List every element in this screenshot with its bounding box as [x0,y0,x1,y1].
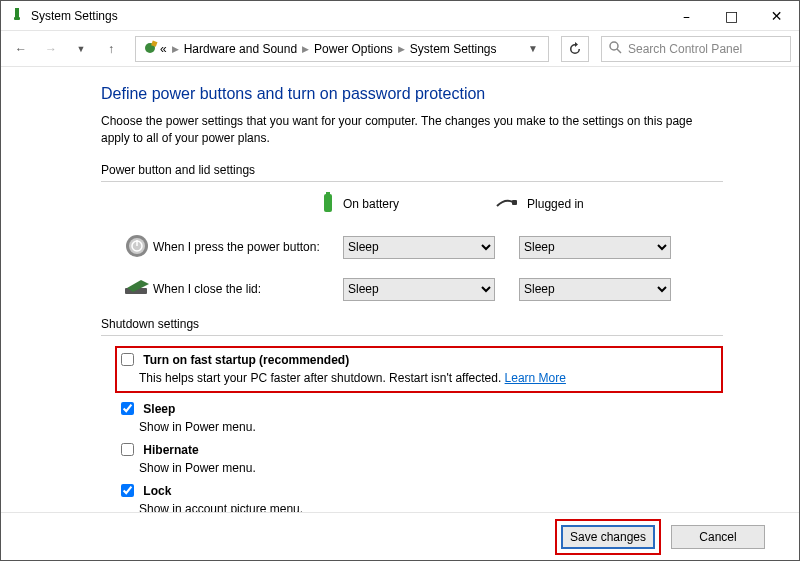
svg-line-5 [617,49,621,53]
sleep-label: Sleep [143,401,175,415]
cancel-button[interactable]: Cancel [671,525,765,549]
hibernate-checkbox[interactable] [121,443,134,456]
breadcrumb-power-options[interactable]: Power Options [314,42,393,56]
search-icon [608,40,622,57]
sleep-checkbox[interactable] [121,402,134,415]
lock-checkbox[interactable] [121,484,134,497]
svg-point-4 [610,42,618,50]
battery-icon [321,192,335,217]
on-battery-label: On battery [343,197,399,211]
breadcrumb-system-settings[interactable]: System Settings [410,42,497,56]
address-bar[interactable]: « ▶ Hardware and Sound ▶ Power Options ▶… [135,36,549,62]
svg-rect-1 [14,17,20,20]
chevron-right-icon: ▶ [172,44,179,54]
svg-rect-6 [324,194,332,212]
breadcrumb-icon [142,38,160,59]
fast-startup-desc: This helps start your PC faster after sh… [139,371,501,385]
app-icon [9,6,25,25]
lock-desc: Show in account picture menu. [139,502,723,512]
search-input[interactable]: Search Control Panel [601,36,791,62]
window: System Settings – □ ✕ ← → ▼ ↑ « ▶ Hardwa… [0,0,800,561]
power-button-battery-select[interactable]: Sleep [343,236,495,259]
refresh-button[interactable] [561,36,589,62]
address-dropdown-icon[interactable]: ▼ [524,43,542,54]
footer: Save changes Cancel [1,512,799,560]
fast-startup-item: Turn on fast startup (recommended) This … [115,346,723,393]
power-button-icon [124,233,150,262]
sleep-desc: Show in Power menu. [139,420,723,434]
lid-plugged-select[interactable]: Sleep [519,278,671,301]
toolbar: ← → ▼ ↑ « ▶ Hardware and Sound ▶ Power O… [1,31,799,67]
shutdown-section-title: Shutdown settings [101,317,723,336]
save-button-highlight: Save changes [555,519,661,555]
power-button-label: When I press the power button: [153,240,343,254]
titlebar: System Settings – □ ✕ [1,1,799,31]
fast-startup-checkbox[interactable] [121,353,134,366]
lock-label: Lock [143,483,171,497]
power-button-row: When I press the power button: Sleep Sle… [101,233,723,262]
plug-icon [495,196,519,213]
window-title: System Settings [31,9,664,23]
sleep-item: Sleep Show in Power menu. [117,399,723,434]
back-button[interactable]: ← [9,37,33,61]
svg-rect-7 [326,192,330,194]
fast-startup-label: Turn on fast startup (recommended) [143,352,349,366]
page-subtext: Choose the power settings that you want … [101,113,723,147]
fast-startup-learn-more-link[interactable]: Learn More [505,371,566,385]
shutdown-items: Turn on fast startup (recommended) This … [101,346,723,512]
lid-label: When I close the lid: [153,282,343,296]
power-lid-section-title: Power button and lid settings [101,163,723,182]
save-changes-button[interactable]: Save changes [561,525,655,549]
hibernate-desc: Show in Power menu. [139,461,723,475]
svg-rect-0 [15,8,19,17]
lid-battery-select[interactable]: Sleep [343,278,495,301]
hibernate-label: Hibernate [143,442,198,456]
lid-row: When I close the lid: Sleep Sleep [101,278,723,301]
plugged-in-label: Plugged in [527,197,584,211]
power-button-plugged-select[interactable]: Sleep [519,236,671,259]
up-button[interactable]: ↑ [99,37,123,61]
chevron-right-icon: ▶ [398,44,405,54]
breadcrumb-hardware[interactable]: Hardware and Sound [184,42,297,56]
minimize-button[interactable]: – [664,1,709,31]
search-placeholder: Search Control Panel [628,42,742,56]
lock-item: Lock Show in account picture menu. [117,481,723,512]
content-area: Define power buttons and turn on passwor… [1,67,799,512]
chevron-right-icon: ▶ [302,44,309,54]
close-button[interactable]: ✕ [754,1,799,31]
recent-dropdown[interactable]: ▼ [69,37,93,61]
power-columns-header: On battery Plugged in [101,192,723,217]
page-heading: Define power buttons and turn on passwor… [101,85,723,103]
forward-button[interactable]: → [39,37,63,61]
svg-rect-8 [512,200,517,205]
lid-icon [123,278,151,301]
breadcrumb-root[interactable]: « [160,42,167,56]
maximize-button[interactable]: □ [709,1,754,31]
hibernate-item: Hibernate Show in Power menu. [117,440,723,475]
